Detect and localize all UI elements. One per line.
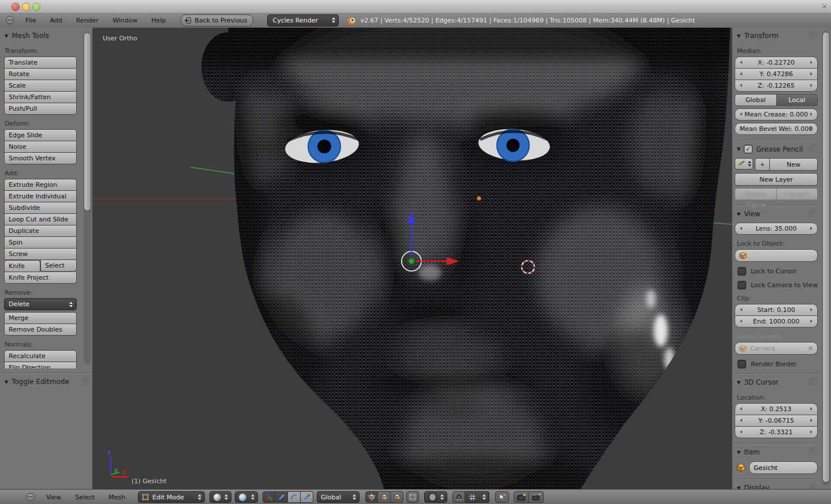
manipulator-axes-button[interactable] bbox=[263, 491, 275, 503]
menu-window[interactable]: Window bbox=[106, 17, 144, 24]
manipulator-translate-button[interactable] bbox=[275, 491, 288, 503]
lock-to-object-field[interactable] bbox=[735, 249, 818, 262]
knife-button[interactable]: Knife bbox=[4, 260, 40, 272]
grease-pencil-panel-header[interactable]: ▼ ✓ Grease Pencil bbox=[732, 141, 820, 156]
y-axis-dot-handle[interactable] bbox=[409, 258, 414, 264]
viewport-shading-dropdown[interactable] bbox=[209, 491, 231, 503]
toggle-editmode-panel-header[interactable]: ▼ Toggle Editmode bbox=[0, 374, 92, 388]
opengl-render-button[interactable] bbox=[514, 491, 529, 503]
scale-button[interactable]: Scale bbox=[4, 80, 77, 92]
median-z-field[interactable]: Z: -0.12265 bbox=[735, 80, 818, 92]
convert-button[interactable]: Convert bbox=[776, 188, 818, 200]
tool-shelf-scroll-thumb[interactable] bbox=[84, 32, 91, 211]
screw-button[interactable]: Screw bbox=[4, 249, 77, 260]
pivot-point-dropdown[interactable] bbox=[235, 491, 258, 503]
back-to-previous-button[interactable]: Back to Previous bbox=[181, 14, 253, 27]
panel-resize-hatch-icon[interactable] bbox=[81, 377, 90, 385]
panel-resize-hatch-icon[interactable] bbox=[809, 144, 818, 152]
menu-add[interactable]: Add bbox=[43, 17, 69, 24]
menu-render[interactable]: Render bbox=[69, 17, 106, 24]
item-name-field[interactable]: Gesicht bbox=[749, 461, 818, 474]
delete-frame-button[interactable]: Delete Frame bbox=[735, 188, 776, 200]
lock-camera-checkbox[interactable] bbox=[738, 281, 746, 289]
push-pull-button[interactable]: Push/Pull bbox=[4, 103, 77, 115]
loop-cut-button[interactable]: Loop Cut and Slide bbox=[4, 214, 77, 225]
spin-button[interactable]: Spin bbox=[4, 237, 77, 249]
properties-scroll-thumb[interactable] bbox=[822, 32, 830, 483]
snap-magnet-button[interactable] bbox=[452, 491, 465, 503]
snap-stepper-icon[interactable] bbox=[482, 494, 486, 500]
lens-field[interactable]: Lens: 35.000 bbox=[735, 223, 818, 235]
knife-select-button[interactable]: Select bbox=[40, 260, 77, 272]
merge-button[interactable]: Merge bbox=[4, 312, 77, 324]
statusbar-collapse-icon[interactable] bbox=[27, 493, 35, 501]
panel-resize-hatch-icon[interactable] bbox=[809, 447, 818, 455]
panel-resize-hatch-icon[interactable] bbox=[809, 378, 818, 385]
grease-pencil-checkbox[interactable]: ✓ bbox=[744, 145, 753, 153]
orientation-stepper-icon[interactable] bbox=[353, 494, 356, 500]
grease-add-button[interactable]: ＋ bbox=[755, 158, 769, 171]
item-panel-header[interactable]: ▼ Item bbox=[732, 444, 820, 458]
proportional-stepper-icon[interactable] bbox=[440, 494, 444, 500]
draw-mode-stepper-icon[interactable] bbox=[748, 161, 751, 167]
proportional-edit-dropdown[interactable] bbox=[424, 491, 447, 503]
draw-mode-dropdown[interactable] bbox=[735, 158, 753, 170]
menu-view[interactable]: View bbox=[39, 494, 68, 501]
clip-start-field[interactable]: Start: 0.100 bbox=[735, 304, 818, 316]
cursor-x-field[interactable]: X: 0.2513 bbox=[735, 403, 818, 415]
median-x-field[interactable]: X: -0.22720 bbox=[735, 57, 818, 69]
recalculate-button[interactable]: Recalculate bbox=[4, 350, 77, 362]
shrink-fatten-button[interactable]: Shrink/Fatten bbox=[4, 92, 77, 103]
opengl-render-anim-button[interactable] bbox=[529, 491, 544, 503]
duplicate-button[interactable]: Duplicate bbox=[4, 225, 77, 237]
zoom-window-icon[interactable] bbox=[32, 3, 40, 11]
render-engine-dropdown[interactable]: Cycles Render bbox=[267, 14, 339, 27]
manipulator-scale-button[interactable] bbox=[301, 491, 313, 503]
median-y-field[interactable]: Y: 0.47286 bbox=[735, 69, 818, 80]
mean-bevel-field[interactable]: Mean Bevel Wei: 0.000 bbox=[735, 123, 818, 135]
collapse-triangle-icon[interactable]: ▼ bbox=[5, 33, 8, 39]
mode-dropdown[interactable]: Edit Mode bbox=[138, 491, 205, 503]
panel-resize-hatch-icon[interactable] bbox=[809, 31, 818, 39]
new-layer-button[interactable]: New Layer bbox=[735, 173, 818, 186]
noise-button[interactable]: Noise bbox=[4, 141, 77, 153]
menu-help[interactable]: Help bbox=[144, 17, 173, 24]
local-camera-field[interactable]: Camera ✕ bbox=[735, 342, 818, 355]
manipulator-rotate-button[interactable] bbox=[288, 491, 301, 503]
pivot-stepper-icon[interactable] bbox=[251, 494, 254, 500]
edge-select-button[interactable] bbox=[378, 491, 391, 503]
edge-slide-button[interactable]: Edge Slide bbox=[4, 129, 77, 141]
vertex-select-button[interactable] bbox=[365, 491, 378, 503]
cursor-y-field[interactable]: Y: -0.06715 bbox=[735, 415, 818, 427]
local-button[interactable]: Local bbox=[776, 94, 818, 106]
menu-file[interactable]: File bbox=[18, 17, 43, 24]
lock-to-cursor-checkbox[interactable] bbox=[738, 267, 746, 276]
clip-end-field[interactable]: End: 1000.000 bbox=[735, 316, 818, 328]
collapse-triangle-icon[interactable]: ▼ bbox=[737, 450, 740, 455]
knife-project-button[interactable]: Knife Project bbox=[4, 272, 77, 284]
grease-new-button[interactable]: New bbox=[769, 158, 818, 171]
orientation-dropdown[interactable]: Global bbox=[317, 491, 360, 503]
cursor-z-field[interactable]: Z: -0.3321 bbox=[735, 427, 818, 438]
transform-panel-header[interactable]: ▼ Transform bbox=[732, 28, 820, 42]
menu-mesh[interactable]: Mesh bbox=[102, 494, 132, 501]
viewport-3d[interactable]: User Ortho (1) Gesicht z y x bbox=[92, 28, 732, 489]
collapse-triangle-icon[interactable]: ▼ bbox=[737, 146, 740, 152]
global-button[interactable]: Global bbox=[735, 94, 776, 106]
menu-select[interactable]: Select bbox=[68, 494, 102, 501]
clear-camera-icon[interactable]: ✕ bbox=[808, 345, 813, 352]
collapse-triangle-icon[interactable]: ▼ bbox=[737, 380, 740, 385]
minimize-window-icon[interactable] bbox=[22, 3, 30, 11]
panel-resize-hatch-icon[interactable] bbox=[809, 483, 818, 489]
collapse-triangle-icon[interactable]: ▼ bbox=[737, 33, 740, 39]
header-collapse-icon[interactable] bbox=[6, 16, 14, 24]
rotate-button[interactable]: Rotate bbox=[4, 69, 77, 80]
mesh-tools-panel-header[interactable]: ▼ Mesh Tools bbox=[0, 28, 92, 42]
engine-stepper-icon[interactable] bbox=[332, 17, 335, 23]
snap-target-button[interactable] bbox=[495, 491, 509, 503]
mean-crease-field[interactable]: Mean Crease: 0.000 bbox=[735, 108, 818, 121]
delete-stepper-icon[interactable] bbox=[69, 302, 73, 307]
smooth-vertex-button[interactable]: Smooth Vertex bbox=[4, 153, 77, 164]
snap-element-dropdown[interactable] bbox=[465, 491, 489, 503]
close-window-icon[interactable] bbox=[12, 3, 20, 11]
